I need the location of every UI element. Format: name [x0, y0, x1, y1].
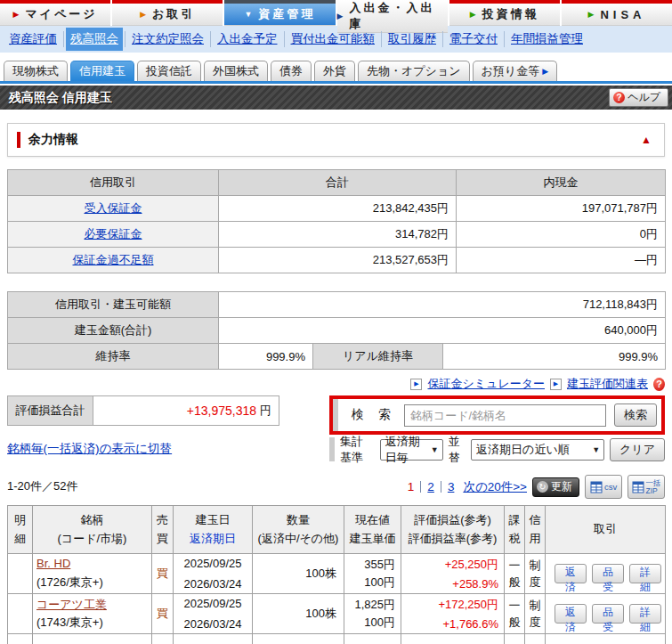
group-by-select[interactable]: 返済期日毎 ▼ — [380, 439, 443, 461]
due-date: 2026/03/24 — [183, 617, 241, 631]
credit-type: 制度 — [525, 554, 546, 594]
zip-download-button[interactable]: 一括ZIP — [627, 475, 665, 499]
group-by-label: 集計基準 — [340, 434, 375, 466]
maintenance-ratio-label: 維持率 — [8, 344, 219, 370]
due-date-sort-link[interactable]: 返済期日 — [190, 532, 236, 545]
search-highlight-box: 検 索 検索 — [329, 395, 665, 435]
page-title: 残高照会 信用建玉 — [9, 90, 112, 106]
position-row: コーアツ工業(1743/東京+) 買 2025/09/252026/03/24 … — [8, 594, 666, 634]
col-name-line2: (コード/市場) — [34, 530, 150, 548]
tab-margin-positions[interactable]: 信用建玉 — [70, 61, 134, 81]
stock-name-link[interactable]: コーアツ工業 — [36, 597, 148, 613]
detail-cell — [8, 594, 33, 634]
repay-button[interactable]: 返済 — [555, 604, 587, 624]
margin-summary-table: 信用取引 合計 内現金 受入保証金 213,842,435円 197,071,7… — [7, 169, 666, 273]
subnav-deposit-schedule[interactable]: 入出金予定 — [213, 28, 282, 51]
csv-download-button[interactable]: csv — [585, 475, 622, 499]
positions-table: 明細 銘柄(コード/市場) 売買 建玉日返済期日 数量(返済中/その他) 現在値… — [7, 505, 666, 644]
tab-mutual-funds[interactable]: 投資信託 — [137, 61, 201, 81]
col-qty-line1: 数量 — [254, 511, 343, 529]
page-2-link[interactable]: 2 — [426, 480, 435, 493]
subnav-buying-power[interactable]: 買付出金可能額 — [287, 28, 380, 51]
caret-down-icon: ▼ — [592, 445, 600, 454]
triangle-icon: ▶ — [337, 12, 344, 20]
switch-display-link[interactable]: 銘柄毎(一括返済)の表示に切替 — [7, 441, 172, 457]
pl-value: +25,250円 — [445, 557, 498, 573]
tab-deposits[interactable]: お預り金等▶ — [473, 61, 558, 81]
receive-button[interactable]: 品受 — [592, 604, 624, 624]
tab-foreign-equity[interactable]: 外国株式 — [204, 61, 268, 81]
pl-total-unit: 円 — [260, 403, 271, 419]
pl-total-box: 評価損益合計 +13,975,318 円 — [7, 395, 279, 426]
product-tabs: 現物株式 信用建玉 投資信託 外国株式 債券 外貨 先物・オプション お預り金等… — [0, 53, 672, 84]
stock-code: (1743/東京+) — [36, 615, 148, 631]
tab-fx[interactable]: 外貨 — [314, 61, 355, 81]
quantity: 100株 — [253, 554, 344, 594]
repay-button[interactable]: 返済 — [555, 564, 587, 583]
result-count: 1-20件／52件 — [7, 478, 77, 499]
receive-button[interactable]: 品受 — [592, 564, 624, 583]
nav-tab-deposit[interactable]: ▶入出金・入出庫 — [337, 0, 448, 26]
pl-total-value: +13,975,318 — [187, 404, 256, 418]
detail-cell — [8, 554, 33, 594]
sort-row: 集計基準 返済期日毎 ▼ 並替 返済期日の近い順 ▼ クリア — [329, 437, 665, 461]
refresh-button[interactable]: ↻ 更新 — [532, 477, 579, 497]
credit-type: 制度 — [525, 594, 546, 634]
margin-simulator-link[interactable]: 保証金シミュレーター — [427, 376, 545, 392]
col-detail: 明細 — [8, 506, 33, 554]
triangle-icon: ▶ — [587, 10, 594, 19]
col-name-line1: 銘柄 — [34, 511, 150, 529]
valuation-table-link[interactable]: 建玉評価関連表 — [567, 376, 648, 392]
nav-tab-trade[interactable]: ▶お取引 — [112, 0, 223, 26]
chevron-right-icon: ▶ — [542, 67, 548, 76]
col-qty: 数量(返済中/その他) — [253, 506, 344, 554]
section-accent-bar — [17, 132, 20, 148]
clear-button[interactable]: クリア — [610, 438, 665, 461]
page-3-link[interactable]: 3 — [447, 480, 456, 493]
nav-tab-label: お取引 — [152, 6, 195, 22]
position-row-clipped — [8, 634, 666, 644]
subnav-asset-valuation[interactable]: 資産評価 — [4, 28, 61, 51]
received-margin-link[interactable]: 受入保証金 — [85, 201, 142, 215]
page-header-bar: 残高照会 信用建玉 ? ヘルプ — [0, 86, 672, 110]
col-pl-line2: 評価損益率(参考) — [402, 530, 503, 548]
subnav-order-status[interactable]: 注文約定照会 — [127, 28, 208, 51]
required-margin-link[interactable]: 必要保証金 — [85, 227, 142, 240]
stock-name-link[interactable]: Br. HD — [36, 557, 148, 570]
next-page-link[interactable]: 次の20件>> — [463, 479, 527, 495]
nav-tab-assets[interactable]: ▼資産管理 — [224, 0, 335, 26]
help-button[interactable]: ? ヘルプ — [609, 88, 668, 107]
position-amount-label: 建玉金額(合計) — [8, 318, 219, 344]
subnav-edelivery[interactable]: 電子交付 — [445, 28, 502, 51]
subnav-history[interactable]: 取引履歴 — [384, 28, 441, 51]
question-icon[interactable]: ? — [653, 378, 665, 391]
refresh-icon: ↻ — [537, 481, 548, 493]
spreadsheet-icon — [590, 481, 603, 493]
subnav-annual-pl[interactable]: 年間損益管理 — [506, 28, 587, 51]
subnav-balance-inquiry[interactable]: 残高照会 — [66, 28, 123, 51]
middle-controls: ▶ 保証金シミュレーター ▶ 建玉評価関連表 ? 評価損益合計 +13,975,… — [7, 376, 665, 461]
tab-futures-options[interactable]: 先物・オプション — [358, 61, 470, 81]
new-position-capacity-value: 712,118,843円 — [219, 292, 666, 318]
nav-tab-info[interactable]: ▶投資情報 — [449, 0, 560, 26]
open-price: 100円 — [364, 615, 395, 631]
nav-tab-mypage[interactable]: ▶マイページ — [0, 0, 110, 26]
detail-button[interactable]: 詳細 — [629, 604, 661, 624]
tab-bonds[interactable]: 債券 — [271, 61, 312, 81]
nav-tab-nisa[interactable]: ▶NISA — [562, 0, 672, 26]
margin-excess-link[interactable]: 保証金過不足額 — [73, 253, 154, 266]
maintenance-ratio-value: 999.9% — [219, 344, 313, 370]
triangle-icon: ▶ — [13, 10, 20, 19]
search-button[interactable]: 検索 — [614, 404, 657, 427]
stock-code: (1726/東京+) — [36, 575, 148, 591]
col-header-total: 合計 — [219, 170, 457, 196]
row-edge-strip — [329, 437, 335, 461]
detail-button[interactable]: 詳細 — [629, 564, 661, 583]
received-margin-cash: 197,071,787円 — [457, 196, 666, 222]
search-input[interactable] — [404, 404, 606, 427]
col-header-margin: 信用取引 — [8, 170, 219, 196]
col-trade: 取引 — [546, 506, 666, 554]
sort-by-select[interactable]: 返済期日の近い順 ▼ — [471, 439, 604, 461]
collapse-triangle-icon[interactable]: ▲ — [641, 134, 652, 146]
tab-cash-equity[interactable]: 現物株式 — [4, 61, 68, 81]
